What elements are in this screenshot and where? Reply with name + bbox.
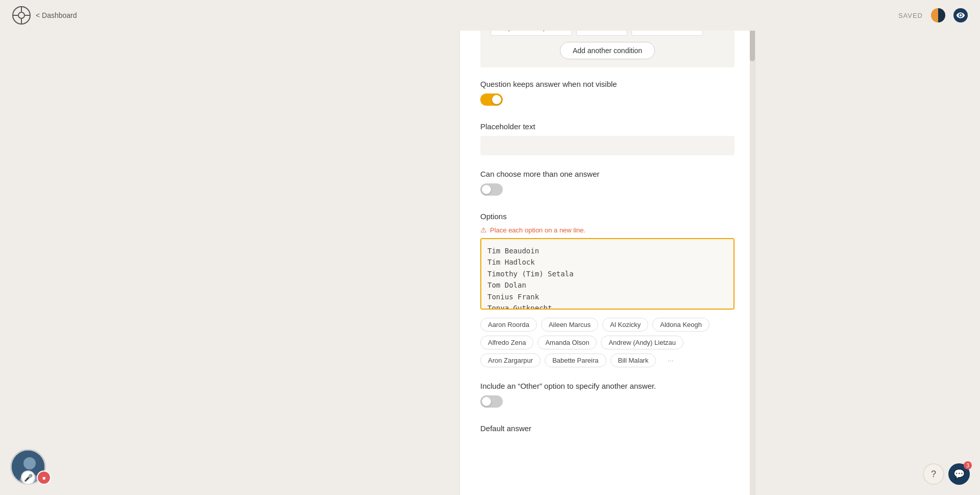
chat-button[interactable]: 💬 3	[948, 463, 970, 485]
error-text: Place each option on a new line.	[490, 226, 585, 234]
options-label: Options	[480, 212, 734, 221]
tag-alfredo-zena[interactable]: Alfredo Zena	[480, 336, 533, 349]
left-background	[0, 0, 235, 495]
tag-aldona-keogh[interactable]: Aldona Keogh	[652, 318, 709, 332]
toggle-knob	[492, 95, 501, 104]
tag-aaron-roorda[interactable]: Aaron Roorda	[480, 318, 537, 332]
include-other-toggle-wrapper	[480, 395, 503, 408]
svg-point-7	[23, 457, 36, 469]
error-icon: ⚠	[480, 226, 487, 234]
can-choose-toggle-wrapper	[480, 183, 503, 196]
add-condition-button[interactable]: Add another condition	[560, 42, 655, 59]
logo-icon[interactable]	[12, 6, 31, 25]
error-hint: ⚠ Place each option on a new line.	[480, 226, 734, 234]
main-content: Are you currently w... ▼ is ▼ Yes ▼ ✕ Ad…	[235, 0, 980, 495]
tag-bill-malark[interactable]: Bill Malark	[610, 353, 656, 367]
saved-label: SAVED	[898, 12, 923, 19]
placeholder-text-input[interactable]	[480, 136, 734, 155]
tag-more[interactable]: ···	[660, 353, 681, 367]
question-keeps-toggle-wrapper	[480, 93, 503, 106]
include-other-toggle[interactable]	[480, 395, 503, 408]
default-answer-label: Default answer	[480, 424, 734, 433]
options-textarea[interactable]: Tim Beaudoin Tim Hadlock Timothy (Tim) S…	[480, 238, 734, 310]
can-choose-label: Can choose more than one answer	[480, 170, 734, 178]
topbar: < Dashboard SAVED	[0, 0, 980, 31]
question-keeps-section: Question keeps answer when not visible	[480, 80, 734, 108]
help-widget: ? 💬 3	[923, 463, 970, 485]
tag-aileen-marcus[interactable]: Aileen Marcus	[541, 318, 598, 332]
chat-badge: 3	[964, 461, 972, 469]
microphone-icon[interactable]: 🎤	[21, 470, 35, 485]
settings-panel: Are you currently w... ▼ is ▼ Yes ▼ ✕ Ad…	[459, 0, 755, 495]
question-keeps-label: Question keeps answer when not visible	[480, 80, 734, 88]
tag-babette-pareira[interactable]: Babette Pareira	[545, 353, 606, 367]
help-button[interactable]: ?	[923, 463, 944, 485]
tags-row: Aaron Roorda Aileen Marcus Al Kozicky Al…	[480, 318, 734, 367]
tag-amanda-olson[interactable]: Amanda Olson	[537, 336, 597, 349]
panel-scrollbar[interactable]	[750, 0, 755, 495]
eye-icon[interactable]	[953, 8, 968, 22]
placeholder-text-label: Placeholder text	[480, 122, 734, 131]
avatar-container: 🎤 ■	[10, 449, 46, 485]
placeholder-text-section: Placeholder text	[480, 122, 734, 155]
toggle-knob	[482, 397, 491, 406]
can-choose-toggle[interactable]	[480, 183, 503, 196]
include-other-label: Include an “Other” option to specify ano…	[480, 382, 734, 390]
stop-button[interactable]: ■	[37, 470, 51, 485]
tag-andrew-lietzau[interactable]: Andrew (Andy) Lietzau	[601, 336, 683, 349]
back-link[interactable]: < Dashboard	[36, 11, 77, 19]
profile-icon[interactable]	[931, 8, 945, 22]
svg-point-1	[18, 12, 24, 18]
include-other-section: Include an “Other” option to specify ano…	[480, 382, 734, 410]
topbar-left: < Dashboard	[12, 6, 77, 25]
tag-aron-zargarpur[interactable]: Aron Zargarpur	[480, 353, 541, 367]
default-answer-section: Default answer	[480, 424, 734, 433]
toggle-knob	[482, 185, 491, 194]
can-choose-section: Can choose more than one answer	[480, 170, 734, 198]
tag-al-kozicky[interactable]: Al Kozicky	[602, 318, 648, 332]
topbar-right: SAVED	[898, 8, 968, 22]
options-section: Options ⚠ Place each option on a new lin…	[480, 212, 734, 367]
question-keeps-toggle[interactable]	[480, 93, 503, 106]
panel-inner: Are you currently w... ▼ is ▼ Yes ▼ ✕ Ad…	[460, 0, 755, 458]
